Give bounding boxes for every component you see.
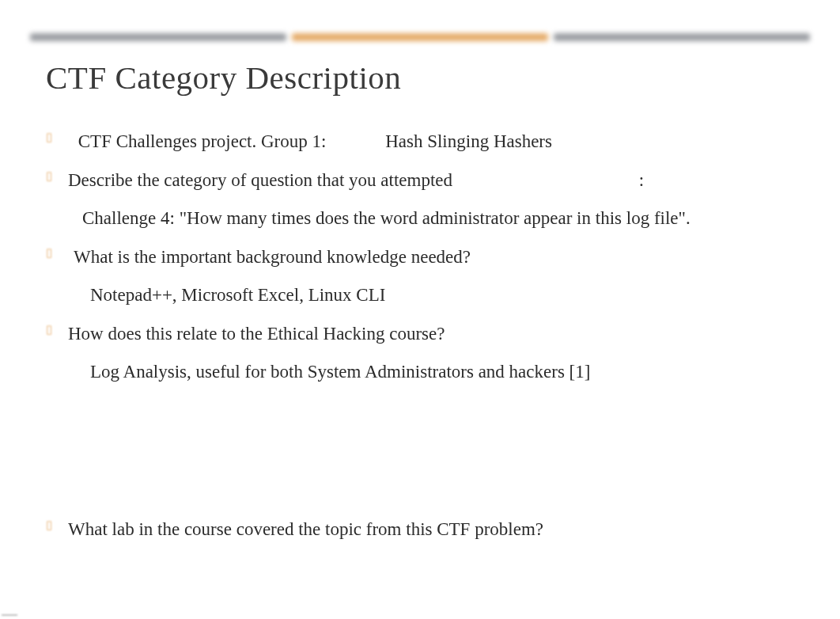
bar-segment-gray-left (30, 33, 286, 41)
bullet-icon: ▯ (46, 169, 54, 183)
sub-item-text: Notepad++, Microsoft Excel, Linux CLI (46, 282, 794, 310)
item-text: What lab in the course covered the topic… (68, 516, 543, 544)
bullet-icon: ▯ (46, 245, 54, 260)
list-item: ▯ How does this relate to the Ethical Ha… (46, 321, 794, 348)
spacer (46, 397, 794, 516)
bullet-icon: ▯ (46, 130, 54, 144)
document-content: CTF Category Description ▯ CTF Challenge… (0, 41, 840, 543)
page-title: CTF Category Description (46, 59, 794, 97)
list-item: ▯ CTF Challenges project. Group 1: Hash … (46, 128, 794, 156)
decorative-top-bars (0, 0, 840, 41)
sub-item-text: Log Analysis, useful for both System Adm… (46, 359, 794, 386)
bar-segment-orange-middle (292, 33, 548, 41)
decorative-corner-mark (2, 614, 17, 616)
item-text: What is the important background knowled… (68, 244, 471, 272)
item-text: Describe the category of question that y… (68, 167, 644, 195)
bullet-icon: ▯ (46, 322, 54, 336)
item-text: CTF Challenges project. Group 1: Hash Sl… (68, 128, 552, 156)
bar-segment-gray-right (554, 33, 810, 41)
list-item: ▯ What is the important background knowl… (46, 244, 794, 272)
sub-item-text: Challenge 4: "How many times does the wo… (46, 205, 794, 233)
item-text: How does this relate to the Ethical Hack… (68, 321, 445, 348)
list-item: ▯ What lab in the course covered the top… (46, 516, 794, 544)
bullet-icon: ▯ (46, 518, 54, 532)
list-item: ▯ Describe the category of question that… (46, 167, 794, 195)
